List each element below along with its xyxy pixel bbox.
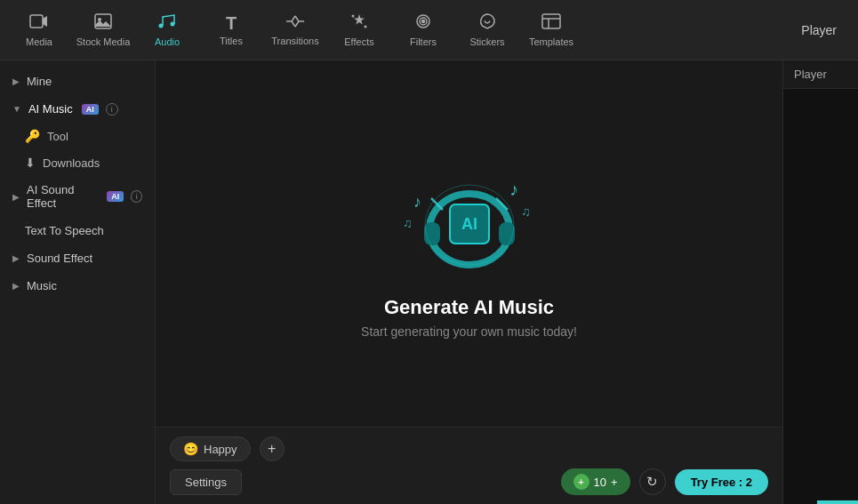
sidebar-music-label: Music bbox=[27, 279, 57, 292]
svg-point-5 bbox=[352, 15, 355, 18]
svg-text:♫: ♫ bbox=[521, 204, 531, 219]
text-to-speech-label: Text To Speech bbox=[25, 224, 104, 237]
sidebar-item-sound-effect[interactable]: ▶ Sound Effect bbox=[0, 244, 155, 272]
tool-label: Tool bbox=[47, 130, 68, 143]
sidebar: ▶ Mine ▼ AI Music AI i 🔑 Tool ⬇ Download… bbox=[0, 60, 156, 504]
nav-label-media: Media bbox=[26, 36, 52, 47]
nav-label-transitions: Transitions bbox=[271, 36, 318, 46]
svg-text:♪: ♪ bbox=[509, 180, 518, 199]
effects-icon bbox=[349, 12, 369, 33]
nav-label-titles: Titles bbox=[220, 36, 243, 46]
nav-item-stock-media[interactable]: Stock Media bbox=[71, 4, 135, 57]
nav-item-stickers[interactable]: Stickers bbox=[455, 4, 519, 57]
credits-icon: + bbox=[573, 474, 589, 490]
sidebar-sub-item-downloads[interactable]: ⬇ Downloads bbox=[25, 149, 155, 176]
downloads-icon: ⬇ bbox=[25, 156, 36, 170]
svg-rect-14 bbox=[424, 222, 440, 245]
sidebar-ai-music-label: AI Music bbox=[28, 102, 73, 116]
bottom-bar: 😊 Happy + Settings + 10 + bbox=[156, 427, 782, 504]
try-free-button[interactable]: Try Free : 2 bbox=[675, 469, 768, 495]
svg-rect-0 bbox=[30, 15, 43, 28]
right-controls: + 10 + ↻ Try Free : 2 bbox=[561, 468, 768, 495]
nav-label-filters: Filters bbox=[410, 36, 437, 47]
mine-arrow-icon: ▶ bbox=[12, 76, 20, 86]
templates-icon bbox=[541, 12, 561, 33]
credits-plus-label: + bbox=[611, 476, 618, 489]
nav-item-templates[interactable]: Templates bbox=[519, 4, 583, 57]
player-panel: Player bbox=[782, 60, 858, 504]
player-content bbox=[783, 89, 858, 499]
content-main: AI ♪ ♫ ♪ ♫ Generate AI Music Start gener… bbox=[156, 60, 782, 427]
refresh-icon: ↻ bbox=[646, 474, 658, 490]
sidebar-sub-item-tool[interactable]: 🔑 Tool bbox=[25, 123, 155, 149]
ai-badge: AI bbox=[82, 104, 99, 115]
svg-point-4 bbox=[171, 22, 175, 27]
settings-row: Settings + 10 + ↻ Try Free : 2 bbox=[170, 468, 768, 495]
player-progress-bar bbox=[817, 500, 858, 504]
nav-label-stickers: Stickers bbox=[469, 36, 504, 47]
sidebar-mine-label: Mine bbox=[27, 75, 52, 88]
svg-text:AI: AI bbox=[461, 215, 477, 233]
filters-icon bbox=[413, 12, 433, 33]
svg-point-3 bbox=[159, 24, 164, 28]
nav-label-stock-media: Stock Media bbox=[76, 36, 131, 47]
sidebar-sub-tool: 🔑 Tool ⬇ Downloads bbox=[0, 123, 155, 176]
media-icon bbox=[29, 12, 49, 33]
svg-text:♪: ♪ bbox=[413, 193, 421, 211]
nav-label-templates: Templates bbox=[529, 36, 573, 47]
player-header-label: Player bbox=[783, 60, 858, 89]
ai-music-arrow-icon: ▼ bbox=[12, 104, 21, 114]
sidebar-sound-effect-label: Sound Effect bbox=[27, 252, 92, 265]
sidebar-item-text-to-speech[interactable]: Text To Speech bbox=[0, 217, 155, 244]
nav-item-audio[interactable]: Audio bbox=[135, 4, 199, 57]
downloads-label: Downloads bbox=[43, 156, 100, 170]
titles-icon: T bbox=[226, 14, 237, 32]
nav-item-titles[interactable]: T Titles bbox=[199, 4, 263, 57]
add-mood-button[interactable]: + bbox=[260, 436, 285, 461]
ai-music-illustration: AI ♪ ♫ ♪ ♫ bbox=[394, 149, 545, 282]
ai-sound-info-icon[interactable]: i bbox=[131, 190, 142, 203]
generate-subtitle: Start generating your own music today! bbox=[361, 324, 577, 339]
mood-label: Happy bbox=[204, 443, 237, 456]
sidebar-ai-sound-effect-label: AI Sound Effect bbox=[27, 183, 98, 210]
nav-item-transitions[interactable]: Transitions bbox=[263, 4, 327, 57]
main-area: ▶ Mine ▼ AI Music AI i 🔑 Tool ⬇ Download… bbox=[0, 60, 858, 504]
nav-label-effects: Effects bbox=[344, 36, 373, 47]
music-arrow-icon: ▶ bbox=[12, 281, 20, 291]
nav-label-audio: Audio bbox=[155, 36, 180, 47]
sidebar-item-mine[interactable]: ▶ Mine bbox=[0, 68, 155, 95]
generate-title: Generate AI Music bbox=[361, 296, 577, 319]
audio-icon bbox=[157, 12, 177, 33]
settings-button[interactable]: Settings bbox=[170, 469, 242, 495]
mood-row: 😊 Happy + bbox=[170, 436, 768, 461]
player-button[interactable]: Player bbox=[787, 18, 851, 43]
svg-rect-15 bbox=[499, 222, 515, 245]
credits-plus: + bbox=[578, 476, 583, 487]
nav-item-media[interactable]: Media bbox=[7, 4, 71, 57]
credits-value: 10 bbox=[594, 476, 606, 489]
top-navigation: Media Stock Media Audio T Titles bbox=[0, 0, 858, 60]
nav-item-effects[interactable]: Effects bbox=[327, 4, 391, 57]
sound-effect-arrow-icon: ▶ bbox=[12, 253, 20, 263]
refresh-button[interactable]: ↻ bbox=[639, 468, 666, 495]
add-icon: + bbox=[268, 441, 276, 457]
stickers-icon bbox=[477, 12, 497, 33]
svg-rect-10 bbox=[542, 14, 560, 28]
tool-icon: 🔑 bbox=[25, 129, 40, 143]
mood-emoji: 😊 bbox=[183, 442, 198, 456]
ai-sound-arrow-icon: ▶ bbox=[12, 192, 20, 202]
sidebar-item-ai-sound-effect[interactable]: ▶ AI Sound Effect AI i bbox=[0, 176, 155, 217]
svg-point-9 bbox=[422, 20, 425, 23]
sidebar-item-music[interactable]: ▶ Music bbox=[0, 272, 155, 300]
info-icon[interactable]: i bbox=[106, 103, 118, 116]
svg-text:♫: ♫ bbox=[403, 216, 413, 230]
credits-button[interactable]: + 10 + bbox=[561, 468, 630, 495]
mood-chip-happy[interactable]: 😊 Happy bbox=[170, 436, 251, 461]
nav-item-filters[interactable]: Filters bbox=[391, 4, 455, 57]
transitions-icon bbox=[285, 13, 305, 32]
sidebar-item-ai-music[interactable]: ▼ AI Music AI i bbox=[0, 95, 155, 123]
svg-point-6 bbox=[365, 26, 367, 28]
stock-media-icon bbox=[93, 12, 113, 33]
ai-sound-badge: AI bbox=[107, 191, 124, 202]
